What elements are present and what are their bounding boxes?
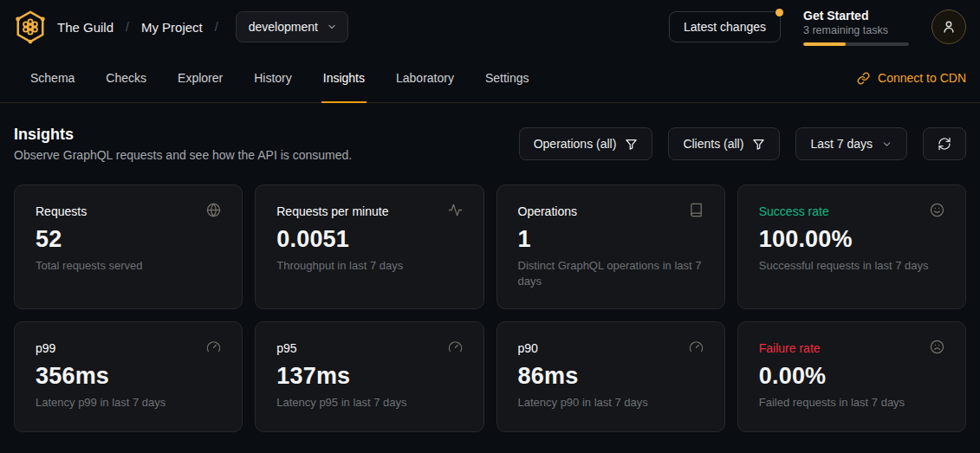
insights-header: Insights Observe GraphQL requests and se… [0,103,980,162]
stat-description: Latency p99 in last 7 days [36,395,221,411]
connect-to-cdn-label: Connect to CDN [878,71,966,85]
refresh-button[interactable] [923,127,966,160]
smile-icon [930,203,944,217]
stat-value: 0.0051 [276,226,462,253]
clients-filter-button[interactable]: Clients (all) [668,127,780,160]
stat-value: 52 [36,226,221,253]
activity-icon [448,203,463,217]
get-started-widget[interactable]: Get Started 3 remaining tasks [803,9,909,46]
stat-value: 86ms [518,363,704,390]
stat-card-p95: p95 137ms Latency p95 in last 7 days [255,321,484,432]
latest-changes-label: Latest changes [684,20,766,34]
user-avatar[interactable] [931,10,966,44]
filter-funnel-icon [625,138,638,151]
environment-selector[interactable]: development [236,11,348,42]
insights-title-block: Insights Observe GraphQL requests and se… [14,126,352,162]
tab-laboratory[interactable]: Laboratory [394,54,456,103]
tab-history[interactable]: History [252,54,294,103]
stat-value: 137ms [276,363,462,390]
refresh-icon [938,137,951,151]
tab-explorer[interactable]: Explorer [176,54,224,103]
chevron-down-icon [327,22,337,32]
stat-title: Success rate [759,204,829,218]
book-icon [689,203,704,217]
stat-value: 0.00% [759,363,944,390]
get-started-remaining: 3 remaining tasks [803,24,909,36]
stat-card-requests: Requests 52 Total requests served [14,184,243,309]
notification-dot [776,9,783,16]
globe-icon [206,203,221,217]
filter-toolbar: Operations (all) Clients (all) Last 7 da… [519,127,966,160]
chevron-down-icon [881,139,892,150]
date-range-label: Last 7 days [810,137,873,151]
header-right: Latest changes Get Started 3 remaining t… [669,9,966,46]
frown-icon [930,340,944,354]
breadcrumb-project[interactable]: My Project [141,20,203,35]
tab-settings[interactable]: Settings [484,54,531,103]
environment-selector-value: development [249,20,318,34]
person-icon [941,19,957,35]
gauge-icon [206,340,221,354]
guild-hive-logo-icon[interactable] [14,10,47,44]
top-header: The Guild / My Project / development Lat… [0,0,980,54]
stat-card-success-rate: Success rate 100.00% Successful requests… [737,184,966,309]
stat-title: Failure rate [759,341,821,355]
tab-schema[interactable]: Schema [29,54,76,103]
filter-funnel-icon [752,138,765,151]
stat-title: Requests [36,204,87,218]
link-icon [857,72,870,85]
stat-title: p99 [36,341,55,355]
stat-card-p99: p99 356ms Latency p99 in last 7 days [14,321,243,432]
clients-filter-label: Clients (all) [683,137,743,151]
stat-description: Total requests served [36,258,221,274]
breadcrumb: The Guild / My Project / development [57,11,348,42]
gauge-icon [689,340,704,354]
date-range-selector[interactable]: Last 7 days [795,127,907,160]
breadcrumb-org[interactable]: The Guild [57,20,114,35]
gauge-icon [448,340,463,354]
stat-card-operations: Operations 1 Distinct GraphQL operations… [496,184,725,309]
stats-grid: Requests 52 Total requests served Reques… [14,184,966,432]
tab-insights[interactable]: Insights [321,54,367,103]
stat-card-p90: p90 86ms Latency p90 in last 7 days [496,321,725,432]
stat-description: Latency p95 in last 7 days [276,395,462,411]
stat-value: 1 [518,226,704,253]
operations-filter-button[interactable]: Operations (all) [519,127,653,160]
connect-to-cdn-link[interactable]: Connect to CDN [857,54,966,102]
stat-value: 100.00% [759,226,944,253]
breadcrumb-separator: / [126,20,129,34]
stat-description: Distinct GraphQL operations in last 7 da… [518,258,704,288]
stat-card-failure-rate: Failure rate 0.00% Failed requests in la… [737,321,966,432]
stat-title: p90 [518,341,538,355]
get-started-progressbar [803,42,909,46]
stat-value: 356ms [36,363,221,390]
latest-changes-button[interactable]: Latest changes [669,11,781,42]
stat-description: Latency p90 in last 7 days [518,395,704,411]
stat-title: p95 [276,341,296,355]
stat-description: Successful requests in last 7 days [759,258,944,274]
get-started-title: Get Started [803,9,909,23]
stat-title: Operations [518,204,577,218]
tab-checks[interactable]: Checks [104,54,148,103]
page-subtitle: Observe GraphQL requests and see how the… [14,148,352,162]
target-nav: Schema Checks Explorer History Insights … [0,54,980,103]
get-started-progress-fill [803,42,846,46]
stat-description: Failed requests in last 7 days [759,395,944,411]
page-title: Insights [14,126,352,144]
stat-card-rpm: Requests per minute 0.0051 Throughput in… [255,184,484,309]
stat-description: Throughput in last 7 days [276,258,462,274]
breadcrumb-separator: / [215,20,218,34]
operations-filter-label: Operations (all) [534,137,617,151]
stat-title: Requests per minute [276,204,388,218]
